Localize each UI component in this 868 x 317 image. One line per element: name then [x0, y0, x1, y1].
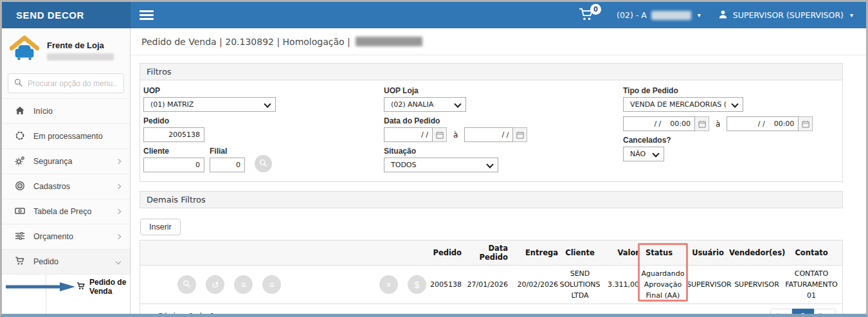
tipo-pedido-select-wrap: VENDA DE MERCADORIAS (PV) [623, 97, 743, 112]
search-icon [259, 159, 267, 169]
data-entrega-to-input[interactable] [727, 116, 799, 131]
chevron-right-icon [116, 209, 121, 214]
store-name-redacted [651, 11, 691, 20]
sidebar-item-tabela-de-preco[interactable]: Tabela de Preço [2, 199, 130, 224]
search-icon [183, 280, 191, 290]
row-list-button[interactable]: ≡ [234, 275, 253, 294]
history-icon: ↺ [212, 280, 219, 290]
data-pedido-from-input[interactable] [384, 127, 433, 142]
app-logo-icon [10, 35, 39, 66]
pagination-next-button[interactable]: Seg [814, 309, 836, 317]
filial-input[interactable] [210, 158, 245, 172]
sidebar-item-label: Pedido [33, 257, 59, 266]
sidebar-item-label: Tabela de Preço [33, 207, 91, 216]
data-pedido-to-input[interactable] [464, 127, 513, 142]
table-footer: Página 1 de 1 Ant 1 Seg [140, 304, 842, 317]
sidebar-item-label: Em processamento [33, 132, 103, 141]
tipo-pedido-select[interactable]: VENDA DE MERCADORIAS (PV) [623, 97, 743, 112]
pedido-label: Pedido [143, 116, 384, 125]
table-header-row: Pedido Data Pedido Entrega Cliente Valor… [140, 240, 842, 266]
pagination-prev-button[interactable]: Ant [770, 309, 792, 317]
hamburger-menu-icon[interactable] [140, 8, 154, 22]
sidebar-item-inicio[interactable]: Início [2, 98, 130, 123]
sidebar-item-pedido[interactable]: Pedido [2, 249, 130, 274]
row-cancel-button[interactable]: × [379, 275, 398, 294]
home-icon [15, 105, 25, 118]
row-view-button[interactable] [177, 275, 196, 294]
sidebar-item-label: Início [33, 107, 53, 116]
uop-label: UOP [143, 86, 384, 95]
list-icon: ≡ [240, 280, 246, 290]
col-data-pedido: Data Pedido [462, 244, 508, 262]
col-status: Status [639, 248, 687, 257]
row-payment-button[interactable]: $ [408, 275, 426, 294]
situacao-select[interactable]: TODOS [384, 158, 498, 172]
sidebar-item-label: Orçamento [33, 232, 73, 241]
col-entrega: Entrega [508, 248, 558, 257]
company-name-redacted [47, 53, 114, 60]
results-table: Pedido Data Pedido Entrega Cliente Valor… [140, 240, 843, 317]
user-menu-dropdown[interactable]: SUPERVISOR (SUPERVISOR) ▾ [718, 9, 853, 22]
sidebar-item-orcamento[interactable]: Orçamento [2, 224, 130, 249]
sidebar-item-seguranca[interactable]: Segurança [2, 149, 130, 174]
col-pedido: Pedido [429, 248, 462, 257]
cancelados-select-wrap: NÃO [623, 147, 664, 161]
demais-filtros-panel[interactable]: Demais Filtros [140, 191, 843, 208]
bullseye-icon [15, 181, 25, 193]
calendar-button[interactable] [695, 116, 709, 131]
breadcrumb: Pedido de Venda | 20.130892 | Homologaçã… [131, 28, 866, 55]
situacao-label: Situação [384, 147, 623, 156]
page-info: Página 1 de 1 [158, 311, 215, 317]
user-label: SUPERVISOR (SUPERVISOR) [733, 10, 844, 20]
row-list-button-2[interactable]: ≡ [262, 275, 281, 294]
filters-panel: Filtros UOP (01) MATRIZ Pedido [140, 63, 843, 182]
uop-loja-select[interactable]: (02) ANALIA [384, 97, 466, 112]
col-cliente: Cliente [558, 248, 602, 257]
col-contato: Contato [784, 248, 838, 257]
store-label: (02) - A [617, 10, 647, 20]
range-separator: à [451, 131, 460, 140]
col-vendedores: Vendedor(es) [729, 248, 784, 257]
calendar-button[interactable] [433, 127, 447, 142]
cell-contato: CONTATO FATURAMENTO 01 [784, 268, 838, 301]
cliente-input[interactable] [143, 158, 204, 172]
sliders-icon [15, 231, 25, 243]
gears-icon [15, 156, 25, 168]
cliente-label: Cliente [143, 147, 204, 156]
sidebar-item-cadastros[interactable]: Cadastros [2, 174, 130, 199]
user-icon [718, 9, 728, 22]
breadcrumb-redacted [356, 37, 422, 46]
cell-valor: 3.311,00 [602, 279, 639, 290]
chevron-right-icon [116, 184, 121, 189]
calendar-button[interactable] [513, 127, 527, 142]
uop-loja-label: UOP Loja [384, 86, 623, 95]
row-history-button[interactable]: ↺ [206, 275, 224, 294]
data-entrega-from-input[interactable] [623, 116, 695, 131]
sidebar-item-label: Cadastros [33, 182, 70, 191]
chevron-down-icon: ▾ [698, 12, 701, 19]
inserir-button[interactable]: Inserir [140, 219, 181, 235]
sidebar-item-em-processamento[interactable]: Em processamento [2, 123, 130, 149]
menu-search-box[interactable] [8, 73, 124, 93]
calendar-button[interactable] [799, 116, 813, 131]
filial-label: Filial [210, 147, 245, 156]
app-window: SEND DECOR 0 (02) - A ▾ [0, 0, 868, 317]
brand-logo: SEND DECOR [2, 2, 131, 28]
range-separator: à [714, 120, 722, 129]
data-pedido-label: Data do Pedido [384, 116, 623, 125]
banknote-icon [15, 206, 25, 218]
uop-select[interactable]: (01) MATRIZ [143, 97, 276, 112]
close-icon: × [386, 280, 391, 290]
cliente-search-button[interactable] [255, 155, 272, 172]
pagination-page-1-button[interactable]: 1 [792, 309, 814, 317]
col-valor: Valor [602, 248, 639, 257]
dollar-icon: $ [415, 280, 420, 290]
cart-button[interactable]: 0 [578, 6, 600, 24]
app-title: Frente de Loja [47, 41, 114, 50]
menu-search-input[interactable] [28, 79, 118, 88]
cell-data-pedido: 27/01/2026 [462, 279, 508, 290]
cancelados-select[interactable]: NÃO [623, 147, 664, 161]
store-selector-dropdown[interactable]: (02) - A ▾ [617, 10, 701, 20]
pedido-input[interactable] [143, 127, 204, 142]
chevron-down-icon: ▾ [850, 12, 853, 19]
